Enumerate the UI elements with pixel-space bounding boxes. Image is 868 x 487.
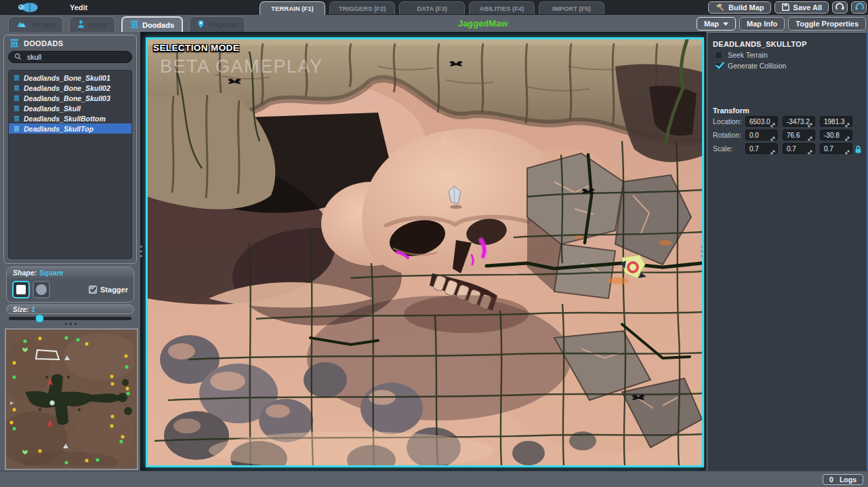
map-menu-buttons: Map Map Info Toggle Properties xyxy=(697,17,866,31)
scrub-arrows-icon[interactable] xyxy=(807,146,813,158)
list-item-deadlands-bone-skull01[interactable]: Deadlands_Bone_Skull01 xyxy=(9,73,131,83)
check-icon xyxy=(90,287,96,292)
square-icon xyxy=(16,285,26,294)
map-dropdown-button[interactable]: Map xyxy=(697,17,736,31)
tool-tab-terrain[interactable]: Terrain xyxy=(8,16,63,32)
selection-mode-label: SELECTION MODE xyxy=(153,43,239,53)
beta-gameplay-watermark: BETA GAMEPLAY xyxy=(160,56,323,77)
size-slider[interactable] xyxy=(9,317,131,320)
list-item-deadlands-skulltop[interactable]: Deadlands_SkullTop xyxy=(9,123,131,134)
selected-doodad-title: DEADLANDS_SKULLTOP xyxy=(713,40,807,48)
tab-triggers-f2[interactable]: TRIGGERS (F2) xyxy=(329,1,395,14)
rotation-x-field[interactable]: 0.0 xyxy=(745,130,778,140)
size-panel: Size:1 xyxy=(6,305,134,323)
generate-collision-checkbox[interactable]: Generate Collision xyxy=(715,62,786,70)
build-map-button[interactable]: Build Map xyxy=(708,1,771,14)
pillar-icon xyxy=(14,125,20,132)
size-slider-knob[interactable] xyxy=(36,315,43,322)
doodads-panel-title: DOODADS xyxy=(24,39,63,47)
logs-button[interactable]: 0 Logs xyxy=(823,474,863,485)
shape-label: Shape:Square xyxy=(7,267,133,278)
minimap[interactable] xyxy=(5,328,138,470)
rotation-y-field[interactable]: 76.6 xyxy=(783,130,815,140)
pillar-icon xyxy=(14,85,20,91)
circle-icon xyxy=(36,284,47,295)
scale-lock-icon[interactable] xyxy=(854,144,862,157)
map-title: JaggedMaw xyxy=(261,18,705,28)
seek-terrain-checkbox[interactable]: Seek Terrain xyxy=(715,51,768,59)
toolbar-row: Terrain Units Doodads Regions JaggedMaw … xyxy=(0,15,868,33)
scale-row: Scale: 0.7 0.7 0.7 xyxy=(707,143,868,154)
tab-terrain-f1[interactable]: TERRAIN (F1) xyxy=(260,1,325,15)
checkbox-box xyxy=(715,52,722,59)
scrub-arrows-icon[interactable] xyxy=(844,146,850,158)
scrub-arrows-icon[interactable] xyxy=(770,146,776,158)
map-pin-icon xyxy=(197,20,205,30)
logs-count-badge: 0 xyxy=(829,475,833,484)
tool-tab-units[interactable]: Units xyxy=(69,16,115,32)
yedit-editor-window: Yedit TERRAIN (F1) TRIGGERS (F2) DATA (F… xyxy=(0,0,868,487)
viewport-scene xyxy=(148,39,702,465)
circle-shape-button[interactable] xyxy=(33,281,50,298)
location-x-field[interactable]: 6503.0 xyxy=(745,116,778,127)
left-splitter-handle[interactable] xyxy=(140,246,142,257)
pillar-icon xyxy=(9,38,19,49)
tool-tabs: Terrain Units Doodads Regions xyxy=(8,16,245,32)
tool-tab-doodads[interactable]: Doodads xyxy=(121,16,183,32)
3d-viewport[interactable]: SELECTION MODE BETA GAMEPLAY xyxy=(146,37,704,467)
scale-y-field[interactable]: 0.7 xyxy=(783,143,815,154)
viewport-area: SELECTION MODE BETA GAMEPLAY xyxy=(140,32,705,471)
save-all-button[interactable]: Save All xyxy=(774,1,829,14)
undo-button[interactable] xyxy=(851,1,867,14)
left-sidebar: DOODADS Deadlands_Bone_Skull01 Deadlands… xyxy=(0,32,140,471)
rotation-row: Rotation: 0.0 76.6 -30.8 xyxy=(707,130,868,140)
doodad-list: Deadlands_Bone_Skull01 Deadlands_Bone_Sk… xyxy=(8,70,132,259)
pillar-icon xyxy=(14,105,20,111)
scale-x-field[interactable]: 0.7 xyxy=(745,143,778,154)
redo-arrow-icon xyxy=(835,3,845,13)
location-z-field[interactable]: 1981.3 xyxy=(820,116,852,127)
toggle-properties-button[interactable]: Toggle Properties xyxy=(788,17,866,31)
size-value: 1 xyxy=(31,306,35,313)
checkbox-box xyxy=(715,62,722,70)
list-item-deadlands-skullbottom[interactable]: Deadlands_SkullBottom xyxy=(9,113,131,123)
doodads-panel-header: DOODADS xyxy=(4,35,136,51)
location-row: Location: 6503.0 -3473.2 1981.3 xyxy=(707,116,868,127)
pillar-icon xyxy=(14,95,20,101)
minimap-image xyxy=(6,330,134,466)
undo-arrow-icon xyxy=(854,3,864,13)
map-info-button[interactable]: Map Info xyxy=(739,17,785,31)
app-title: Yedit xyxy=(70,3,87,12)
checkbox-box xyxy=(89,286,97,294)
redo-button[interactable] xyxy=(832,1,848,14)
right-splitter-handle[interactable] xyxy=(701,246,703,257)
tab-abilities-f4[interactable]: ABILITIES (F4) xyxy=(469,1,535,14)
rotation-z-field[interactable]: -30.8 xyxy=(820,130,852,140)
hammer-icon xyxy=(715,3,725,13)
person-icon xyxy=(77,20,85,30)
status-bar: 0 Logs xyxy=(0,471,868,487)
top-bar: Yedit TERRAIN (F1) TRIGGERS (F2) DATA (F… xyxy=(0,0,868,15)
properties-panel: DEADLANDS_SKULLTOP Seek Terrain Generate… xyxy=(705,32,868,471)
pillar-icon xyxy=(14,115,20,121)
pillar-icon xyxy=(130,20,139,30)
list-item-deadlands-skull[interactable]: Deadlands_Skull xyxy=(9,103,131,113)
scale-z-field[interactable]: 0.7 xyxy=(820,143,852,154)
search-icon xyxy=(14,51,22,63)
list-item-deadlands-bone-skull02[interactable]: Deadlands_Bone_Skull02 xyxy=(9,83,131,93)
tool-tab-regions[interactable]: Regions xyxy=(189,16,245,32)
tab-import-f5[interactable]: IMPORT (F5) xyxy=(539,1,604,14)
stagger-checkbox[interactable]: Stagger xyxy=(89,286,128,294)
list-item-deadlands-bone-skull03[interactable]: Deadlands_Bone_Skull03 xyxy=(9,93,131,103)
chevron-down-icon xyxy=(723,22,728,26)
panel-resize-handle[interactable] xyxy=(65,323,77,325)
pillar-icon xyxy=(14,75,20,81)
square-shape-button[interactable] xyxy=(12,281,30,298)
shape-buttons: Stagger xyxy=(7,278,133,298)
tab-data-f3[interactable]: DATA (F3) xyxy=(399,1,465,14)
check-icon xyxy=(716,62,724,71)
topbar-actions: Build Map Save All xyxy=(708,1,867,14)
logs-label: Logs xyxy=(840,475,856,484)
doodad-search-input[interactable] xyxy=(26,52,126,62)
location-y-field[interactable]: -3473.2 xyxy=(783,116,815,127)
